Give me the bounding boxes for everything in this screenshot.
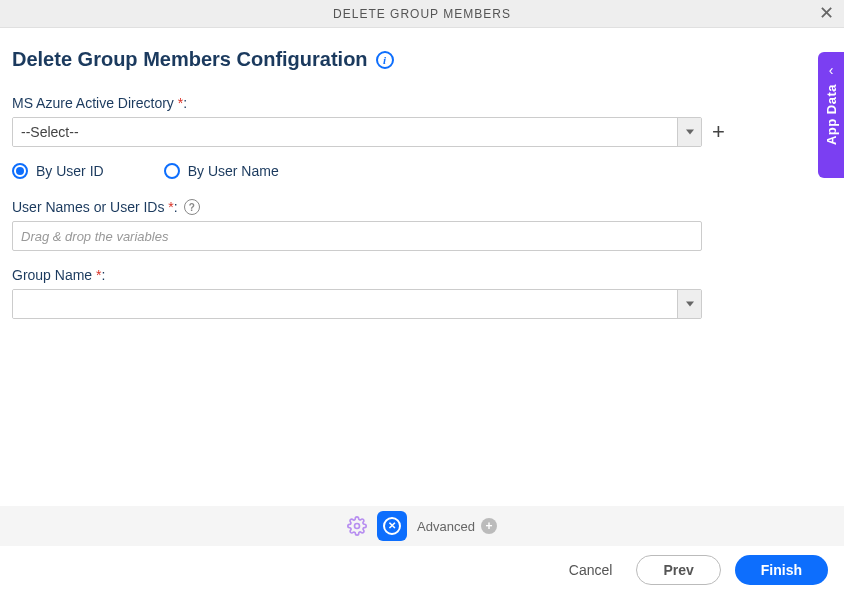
svg-point-0 <box>355 524 360 529</box>
lookup-mode-radios: By User ID By User Name <box>12 163 828 179</box>
help-icon[interactable]: ? <box>184 199 200 215</box>
azure-directory-input[interactable] <box>13 118 677 146</box>
chevron-down-icon[interactable] <box>677 290 701 318</box>
app-data-label: App Data <box>824 84 839 145</box>
dialog-header: DELETE GROUP MEMBERS ✕ <box>0 0 844 28</box>
page-title: Delete Group Members Configuration <box>12 48 368 71</box>
azure-directory-label: MS Azure Active Directory *: <box>12 95 828 111</box>
radio-by-user-id[interactable]: By User ID <box>12 163 104 179</box>
radio-by-user-name[interactable]: By User Name <box>164 163 279 179</box>
bottom-toolbar: ✕ Advanced + <box>0 506 844 546</box>
info-icon[interactable]: i <box>376 51 394 69</box>
advanced-label-text: Advanced <box>417 519 475 534</box>
plus-circle-icon: + <box>481 518 497 534</box>
radio-icon-selected <box>12 163 28 179</box>
group-name-input[interactable] <box>13 290 677 318</box>
group-name-label: Group Name *: <box>12 267 828 283</box>
user-names-label: User Names or User IDs *: ? <box>12 199 828 215</box>
clear-button[interactable]: ✕ <box>377 511 407 541</box>
gear-icon[interactable] <box>347 516 367 536</box>
azure-directory-row: + <box>12 117 828 147</box>
group-name-field: Group Name *: <box>12 267 828 319</box>
app-data-panel-toggle[interactable]: ‹ App Data <box>818 52 844 178</box>
radio-by-user-name-label: By User Name <box>188 163 279 179</box>
finish-button[interactable]: Finish <box>735 555 828 585</box>
footer-actions: Cancel Prev Finish <box>0 546 844 594</box>
cancel-button[interactable]: Cancel <box>559 556 623 584</box>
prev-button[interactable]: Prev <box>636 555 720 585</box>
content-area: Delete Group Members Configuration i MS … <box>0 28 844 319</box>
user-names-input[interactable] <box>12 221 702 251</box>
close-circle-icon: ✕ <box>383 517 401 535</box>
add-connection-button[interactable]: + <box>712 121 725 143</box>
radio-icon-unselected <box>164 163 180 179</box>
azure-directory-select[interactable] <box>12 117 702 147</box>
chevron-left-icon: ‹ <box>829 62 834 78</box>
radio-by-user-id-label: By User ID <box>36 163 104 179</box>
group-name-row <box>12 289 828 319</box>
user-names-field: User Names or User IDs *: ? <box>12 199 828 251</box>
advanced-toggle[interactable]: Advanced + <box>417 518 497 534</box>
page-title-row: Delete Group Members Configuration i <box>12 48 828 71</box>
dialog-title: DELETE GROUP MEMBERS <box>333 7 511 21</box>
chevron-down-icon[interactable] <box>677 118 701 146</box>
close-icon[interactable]: ✕ <box>819 4 834 22</box>
group-name-select[interactable] <box>12 289 702 319</box>
azure-directory-field: MS Azure Active Directory *: + <box>12 95 828 147</box>
